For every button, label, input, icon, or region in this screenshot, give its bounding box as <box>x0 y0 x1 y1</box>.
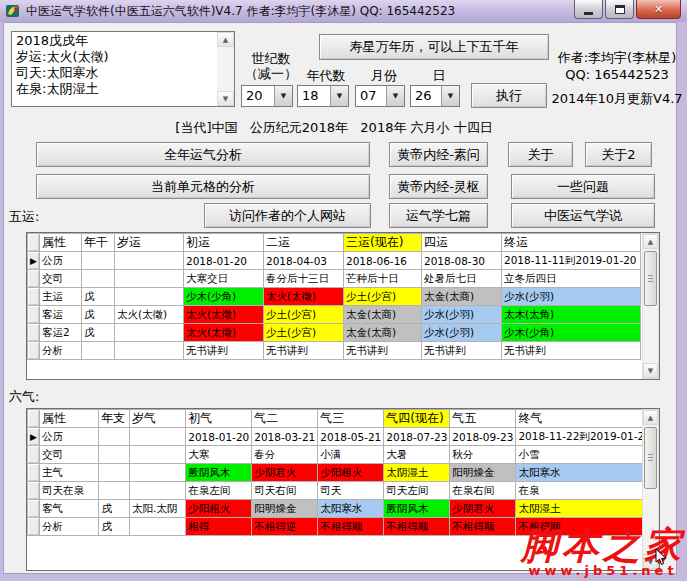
close-button[interactable]: ✕ <box>636 0 681 19</box>
grid-cell[interactable]: 主气 <box>39 464 98 482</box>
grid-cell[interactable]: 无书讲到 <box>264 342 344 360</box>
decade-select[interactable]: 18 ▼ <box>297 85 349 107</box>
about2-button[interactable]: 关于2 <box>585 142 652 167</box>
some-questions-button[interactable]: 一些问题 <box>511 174 655 199</box>
grid-cell[interactable]: 无书讲到 <box>344 342 422 360</box>
grid-cell[interactable]: 少土(少宫) <box>264 324 344 342</box>
row-selector-header[interactable] <box>28 234 40 252</box>
grid-cell[interactable]: 不相得逆 <box>252 518 318 536</box>
scroll-up-button[interactable]: ▲ <box>643 410 658 425</box>
grid-cell[interactable]: 相得 <box>186 518 252 536</box>
tcm-yunqi-theory-button[interactable]: 中医运气学说 <box>511 203 655 228</box>
grid-cell[interactable]: 2018-09-23 <box>450 428 516 446</box>
perpetual-calendar-button[interactable]: 寿星万年历，可以上下五千年 <box>319 34 549 60</box>
grid-cell[interactable]: 2018-08-30 <box>422 252 502 270</box>
grid-cell[interactable] <box>82 252 115 270</box>
grid-cell[interactable]: 芒种后十日 <box>344 270 422 288</box>
grid-cell[interactable]: 太木(太角) <box>502 306 641 324</box>
yunqi-seven-essays-button[interactable]: 运气学七篇 <box>389 203 488 228</box>
grid-cell[interactable] <box>99 428 130 446</box>
grid-cell[interactable]: 少水(少羽) <box>422 306 502 324</box>
column-header[interactable]: 气三 <box>318 410 384 428</box>
month-select[interactable]: 07 ▼ <box>355 85 405 107</box>
scrollbar-thumb[interactable] <box>644 427 657 489</box>
grid-cell[interactable] <box>99 446 130 464</box>
grid-cell[interactable]: 春分后十三日 <box>264 270 344 288</box>
column-header[interactable]: 二运 <box>264 234 344 252</box>
grid-cell[interactable]: 大寒 <box>186 446 252 464</box>
column-header[interactable]: 终运 <box>502 234 641 252</box>
grid-cell[interactable]: 处暑后七日 <box>422 270 502 288</box>
grid-cell[interactable]: 少土(少宫) <box>344 288 422 306</box>
row-selector[interactable]: ▶ <box>28 428 40 446</box>
grid-cell[interactable]: 司天 <box>318 482 384 500</box>
column-header[interactable]: 初运 <box>184 234 264 252</box>
row-selector[interactable] <box>28 270 40 288</box>
grid-cell[interactable]: 客运2 <box>40 324 82 342</box>
grid-cell[interactable]: 少木(少角) <box>184 288 264 306</box>
scrollbar-thumb[interactable] <box>644 251 657 306</box>
grid-cell[interactable]: 2018-06-16 <box>344 252 422 270</box>
grid-cell[interactable]: 2018-01-20 <box>186 428 252 446</box>
column-header[interactable]: 气四(现在) <box>384 410 450 428</box>
grid-cell[interactable] <box>129 464 185 482</box>
grid-cell[interactable]: 戊 <box>82 288 115 306</box>
grid-cell[interactable]: 戊 <box>82 324 115 342</box>
row-selector[interactable] <box>28 324 40 342</box>
grid-cell[interactable] <box>129 482 185 500</box>
grid-cell[interactable]: 不相得顺 <box>450 518 516 536</box>
grid-cell[interactable]: 太阳寒水 <box>516 464 659 482</box>
row-selector[interactable] <box>28 482 40 500</box>
grid-cell[interactable]: 太火(太徵) <box>115 306 184 324</box>
grid-cell[interactable]: 太阳.太阴 <box>129 500 185 518</box>
grid-cell[interactable]: 客运 <box>40 306 82 324</box>
grid-cell[interactable]: 交司 <box>40 270 82 288</box>
column-header[interactable]: 四运 <box>422 234 502 252</box>
column-header[interactable]: 气二 <box>252 410 318 428</box>
row-selector[interactable]: ▶ <box>28 252 40 270</box>
grid-cell[interactable]: 戌 <box>99 518 130 536</box>
current-cell-analysis-button[interactable]: 当前单元格的分析 <box>36 174 370 199</box>
scroll-up-button[interactable]: ▲ <box>217 32 234 47</box>
grid-cell[interactable]: 无书讲到 <box>502 342 641 360</box>
row-selector[interactable] <box>28 464 40 482</box>
grid-cell[interactable]: 在泉 <box>516 482 659 500</box>
column-header[interactable]: 终气 <box>516 410 659 428</box>
grid-cell[interactable] <box>115 324 184 342</box>
grid-cell[interactable]: 春分 <box>252 446 318 464</box>
grid-cell[interactable]: 无书讲到 <box>184 342 264 360</box>
neijing-suwen-button[interactable]: 黄帝内经-素问 <box>389 142 488 167</box>
grid-cell[interactable]: 少水(少羽) <box>422 324 502 342</box>
grid-cell[interactable]: 太金(太商) <box>344 306 422 324</box>
column-header[interactable]: 年支 <box>99 410 130 428</box>
grid-cell[interactable] <box>82 342 115 360</box>
grid-cell[interactable]: 少水(少羽) <box>502 288 641 306</box>
grid-cell[interactable]: 太火(太徵) <box>184 306 264 324</box>
grid-cell[interactable]: 太火(太徵) <box>184 324 264 342</box>
grid-cell[interactable] <box>115 288 184 306</box>
grid-cell[interactable]: 2018-11-22到2019-01-20 <box>516 428 659 446</box>
grid-cell[interactable]: 厥阴风木 <box>186 464 252 482</box>
column-header[interactable]: 属性 <box>40 234 82 252</box>
infobox-scrollbar[interactable]: ▲ ▼ <box>217 32 234 106</box>
column-header[interactable]: 岁气 <box>129 410 185 428</box>
grid-cell[interactable] <box>129 446 185 464</box>
grid-cell[interactable]: 秋分 <box>450 446 516 464</box>
dropdown-arrow-icon[interactable]: ▼ <box>330 86 348 106</box>
execute-button[interactable]: 执行 <box>471 83 547 108</box>
grid-cell[interactable]: 少阴君火 <box>252 464 318 482</box>
grid-cell[interactable]: 分析 <box>40 342 82 360</box>
grid-cell[interactable] <box>99 464 130 482</box>
grid-cell[interactable] <box>99 482 130 500</box>
column-header[interactable]: 年干 <box>82 234 115 252</box>
grid-cell[interactable]: 2018-11-11到2019-01-20 <box>502 252 641 270</box>
scroll-down-button[interactable]: ▼ <box>217 91 234 106</box>
grid-cell[interactable]: 戌 <box>99 500 130 518</box>
title-bar[interactable]: 中医运气学软件(中医五运六气软件)V4.7 作者:李均宇(李沐星) QQ: 16… <box>0 0 687 22</box>
maximize-button[interactable] <box>605 0 634 19</box>
grid-cell[interactable]: 小满 <box>318 446 384 464</box>
grid-cell[interactable]: 在泉右间 <box>450 482 516 500</box>
century-select[interactable]: 20 ▼ <box>241 85 293 107</box>
scroll-down-button[interactable]: ▼ <box>643 363 658 378</box>
dropdown-arrow-icon[interactable]: ▼ <box>274 86 292 106</box>
